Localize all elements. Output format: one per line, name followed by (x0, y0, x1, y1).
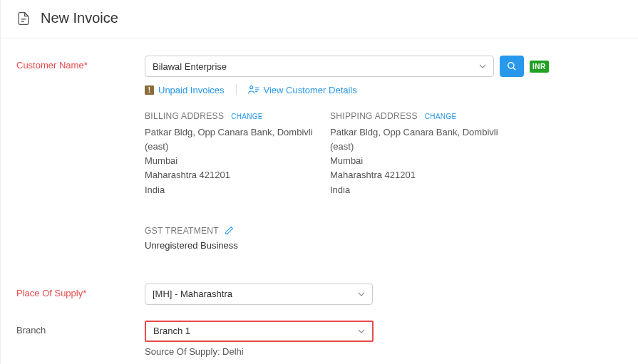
view-customer-details-link[interactable]: View Customer Details (248, 85, 357, 95)
page-title: New Invoice (41, 10, 118, 26)
gst-treatment-value: Unregistered Business (145, 240, 622, 251)
shipping-address-title: SHIPPING ADDRESS (330, 111, 418, 121)
customer-select[interactable]: Bilawal Enterprise (145, 56, 494, 77)
place-of-supply-label: Place Of Supply* (16, 284, 145, 298)
search-icon (507, 61, 517, 71)
customer-search-button[interactable] (500, 56, 524, 77)
shipping-city: Mumbai (330, 154, 515, 168)
svg-point-2 (508, 63, 514, 68)
billing-line1: Patkar Bldg, Opp Canara Bank, Dombivli (… (145, 125, 330, 154)
billing-address-block: BILLING ADDRESS CHANGE Patkar Bldg, Opp … (145, 111, 330, 197)
customer-name-label: Customer Name* (16, 56, 145, 71)
branch-select-value: Branch 1 (153, 326, 190, 336)
branch-select[interactable]: Branch 1 (145, 321, 374, 342)
chevron-down-icon (358, 328, 365, 335)
page-header: New Invoice (1, 0, 638, 38)
shipping-change-link[interactable]: CHANGE (425, 113, 457, 120)
view-customer-details-text: View Customer Details (264, 85, 357, 95)
billing-address-title: BILLING ADDRESS (145, 111, 224, 121)
gst-treatment-title: GST TREATMENT (145, 226, 219, 236)
svg-point-4 (249, 86, 252, 89)
edit-icon[interactable] (225, 226, 234, 235)
source-of-supply-text: Source Of Supply: Delhi (145, 346, 622, 357)
chevron-down-icon (479, 63, 486, 70)
divider (236, 84, 237, 95)
place-of-supply-select[interactable]: [MH] - Maharashtra (145, 284, 373, 305)
document-icon (16, 11, 31, 26)
currency-badge: INR (530, 61, 549, 73)
branch-label: Branch (16, 321, 145, 336)
shipping-country: India (330, 183, 515, 197)
shipping-line1: Patkar Bldg, Opp Canara Bank, Dombivli (… (330, 125, 515, 154)
billing-country: India (145, 183, 330, 197)
billing-city: Mumbai (145, 154, 330, 168)
billing-state: Maharashtra 421201 (145, 168, 330, 182)
svg-line-3 (513, 68, 516, 71)
customer-select-value: Bilawal Enterprise (153, 61, 227, 72)
unpaid-invoices-link[interactable]: ! Unpaid Invoices (145, 85, 225, 95)
shipping-state: Maharashtra 421201 (330, 168, 515, 182)
billing-change-link[interactable]: CHANGE (231, 113, 263, 120)
shipping-address-block: SHIPPING ADDRESS CHANGE Patkar Bldg, Opp… (330, 111, 515, 197)
user-details-icon (248, 85, 259, 95)
place-of-supply-value: [MH] - Maharashtra (153, 288, 232, 299)
unpaid-invoices-text: Unpaid Invoices (158, 85, 225, 95)
chevron-down-icon (358, 291, 365, 298)
warning-icon: ! (145, 85, 154, 95)
